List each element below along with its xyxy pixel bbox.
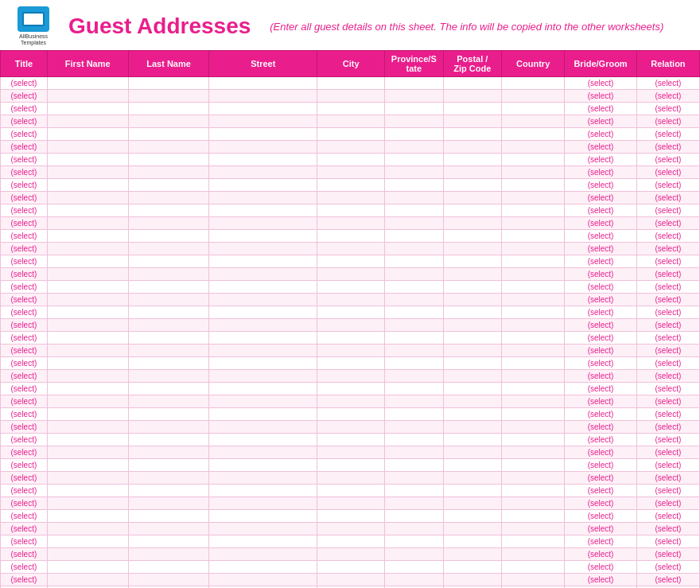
cell-province[interactable] — [385, 178, 444, 191]
cell-postal[interactable] — [443, 229, 502, 242]
cell-last-name[interactable] — [128, 178, 209, 191]
cell-first-name[interactable] — [47, 395, 128, 407]
cell-country[interactable] — [502, 344, 565, 356]
cell-last-name[interactable] — [128, 280, 209, 293]
cell-province[interactable] — [385, 471, 444, 484]
cell-first-name[interactable] — [47, 344, 128, 356]
cell-city[interactable] — [317, 407, 385, 420]
cell-province[interactable] — [385, 522, 444, 535]
table-row[interactable]: (select)(select)(select) — [1, 293, 700, 306]
cell-relation[interactable]: (select) — [636, 509, 699, 522]
table-row[interactable]: (select)(select)(select) — [1, 165, 700, 178]
cell-bride-groom[interactable]: (select) — [565, 344, 637, 356]
cell-street[interactable] — [209, 496, 317, 509]
cell-relation[interactable]: (select) — [636, 369, 699, 382]
cell-city[interactable] — [317, 216, 385, 229]
cell-relation[interactable]: (select) — [636, 446, 699, 458]
cell-first-name[interactable] — [47, 178, 128, 191]
cell-first-name[interactable] — [47, 547, 128, 560]
cell-last-name[interactable] — [128, 153, 209, 165]
cell-street[interactable] — [209, 115, 317, 127]
cell-relation[interactable]: (select) — [636, 306, 699, 318]
cell-title[interactable]: (select) — [1, 344, 48, 356]
cell-country[interactable] — [502, 535, 565, 547]
table-row[interactable]: (select)(select)(select) — [1, 484, 700, 496]
cell-title[interactable]: (select) — [1, 331, 48, 344]
cell-bride-groom[interactable]: (select) — [565, 191, 637, 204]
cell-last-name[interactable] — [128, 267, 209, 280]
cell-title[interactable]: (select) — [1, 115, 48, 127]
cell-postal[interactable] — [443, 509, 502, 522]
cell-bride-groom[interactable]: (select) — [565, 420, 637, 433]
cell-relation[interactable]: (select) — [636, 395, 699, 407]
cell-bride-groom[interactable]: (select) — [565, 242, 637, 255]
cell-postal[interactable] — [443, 89, 502, 102]
table-row[interactable]: (select)(select)(select) — [1, 76, 700, 89]
cell-title[interactable]: (select) — [1, 573, 48, 586]
cell-relation[interactable]: (select) — [636, 547, 699, 560]
cell-postal[interactable] — [443, 204, 502, 216]
table-row[interactable]: (select)(select)(select) — [1, 267, 700, 280]
cell-first-name[interactable] — [47, 191, 128, 204]
cell-postal[interactable] — [443, 267, 502, 280]
cell-relation[interactable]: (select) — [636, 140, 699, 153]
cell-city[interactable] — [317, 153, 385, 165]
cell-street[interactable] — [209, 204, 317, 216]
cell-relation[interactable]: (select) — [636, 76, 699, 89]
cell-last-name[interactable] — [128, 216, 209, 229]
table-row[interactable]: (select)(select)(select) — [1, 382, 700, 395]
table-row[interactable]: (select)(select)(select) — [1, 369, 700, 382]
cell-bride-groom[interactable]: (select) — [565, 496, 637, 509]
cell-bride-groom[interactable]: (select) — [565, 522, 637, 535]
cell-last-name[interactable] — [128, 318, 209, 331]
cell-city[interactable] — [317, 229, 385, 242]
cell-country[interactable] — [502, 102, 565, 115]
cell-street[interactable] — [209, 76, 317, 89]
cell-country[interactable] — [502, 242, 565, 255]
cell-street[interactable] — [209, 395, 317, 407]
cell-city[interactable] — [317, 306, 385, 318]
cell-city[interactable] — [317, 204, 385, 216]
cell-country[interactable] — [502, 496, 565, 509]
cell-title[interactable]: (select) — [1, 89, 48, 102]
cell-city[interactable] — [317, 458, 385, 471]
cell-postal[interactable] — [443, 369, 502, 382]
cell-relation[interactable]: (select) — [636, 178, 699, 191]
cell-street[interactable] — [209, 280, 317, 293]
cell-country[interactable] — [502, 280, 565, 293]
cell-city[interactable] — [317, 496, 385, 509]
cell-last-name[interactable] — [128, 102, 209, 115]
cell-relation[interactable]: (select) — [636, 420, 699, 433]
cell-street[interactable] — [209, 573, 317, 586]
cell-first-name[interactable] — [47, 458, 128, 471]
cell-last-name[interactable] — [128, 509, 209, 522]
table-row[interactable]: (select)(select)(select) — [1, 458, 700, 471]
cell-country[interactable] — [502, 229, 565, 242]
cell-city[interactable] — [317, 293, 385, 306]
table-row[interactable]: (select)(select)(select) — [1, 344, 700, 356]
cell-relation[interactable]: (select) — [636, 280, 699, 293]
cell-city[interactable] — [317, 76, 385, 89]
cell-street[interactable] — [209, 433, 317, 446]
cell-first-name[interactable] — [47, 522, 128, 535]
cell-street[interactable] — [209, 255, 317, 267]
cell-country[interactable] — [502, 89, 565, 102]
cell-last-name[interactable] — [128, 344, 209, 356]
cell-relation[interactable]: (select) — [636, 267, 699, 280]
cell-last-name[interactable] — [128, 395, 209, 407]
cell-country[interactable] — [502, 395, 565, 407]
cell-country[interactable] — [502, 204, 565, 216]
cell-title[interactable]: (select) — [1, 102, 48, 115]
cell-country[interactable] — [502, 458, 565, 471]
cell-city[interactable] — [317, 280, 385, 293]
cell-title[interactable]: (select) — [1, 165, 48, 178]
cell-province[interactable] — [385, 458, 444, 471]
cell-first-name[interactable] — [47, 535, 128, 547]
cell-relation[interactable]: (select) — [636, 242, 699, 255]
cell-postal[interactable] — [443, 382, 502, 395]
cell-relation[interactable]: (select) — [636, 484, 699, 496]
cell-bride-groom[interactable]: (select) — [565, 255, 637, 267]
cell-street[interactable] — [209, 242, 317, 255]
cell-last-name[interactable] — [128, 420, 209, 433]
cell-postal[interactable] — [443, 484, 502, 496]
